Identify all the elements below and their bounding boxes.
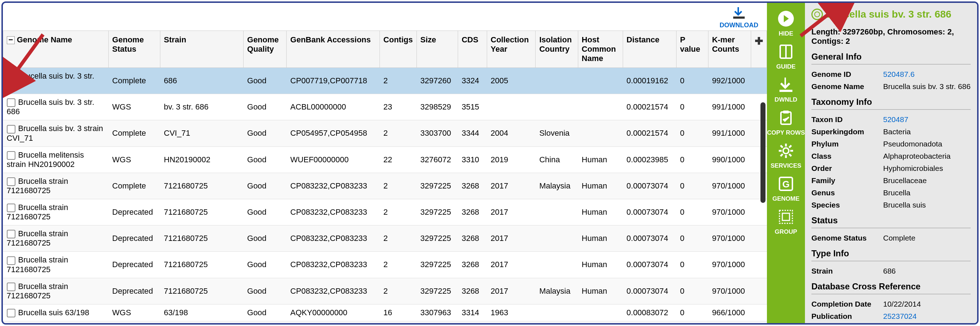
cell-p-value: 0 xyxy=(676,68,708,94)
col-kmer-counts[interactable]: K-mer Counts xyxy=(708,31,751,68)
col-isolation-country[interactable]: Isolation Country xyxy=(536,31,578,68)
download-label: DOWNLOAD xyxy=(719,22,758,29)
cell-size: 3297225 xyxy=(417,278,458,304)
row-checkbox[interactable] xyxy=(7,230,16,238)
cell-distance: 0.00073074 xyxy=(623,199,676,225)
col-p-value[interactable]: P value xyxy=(676,31,708,68)
copy-rows-button[interactable]: COPY ROWS xyxy=(767,108,805,136)
row-checkbox[interactable] xyxy=(7,151,16,160)
genome-id-value[interactable]: 520487.6 xyxy=(883,70,970,78)
group-button[interactable]: GROUP xyxy=(775,207,797,235)
cell-strain: bv. 3 str. 686 xyxy=(160,94,243,120)
cell-cds: 3324 xyxy=(458,68,487,94)
table-row[interactable]: Brucella strain 7121680725Deprecated7121… xyxy=(3,252,767,278)
row-checkbox[interactable] xyxy=(7,72,16,81)
table-row[interactable]: Brucella strain 7121680725Deprecated7121… xyxy=(3,278,767,304)
table-row[interactable]: Brucella strain 7121680725Deprecated7121… xyxy=(3,225,767,252)
cell-isolation-country xyxy=(536,94,578,120)
cell-strain: HN20190002 xyxy=(160,147,243,173)
cell-strain: CVI_71 xyxy=(160,120,243,147)
detail-panel: Brucella suis bv. 3 str. 686 Length: 329… xyxy=(805,3,977,323)
table-row[interactable]: Brucella suis bv. 3 strain CVI_71Complet… xyxy=(3,120,767,147)
col-cds[interactable]: CDS xyxy=(458,31,487,68)
table-row[interactable]: Brucella suis bv. 3 str. 686WGSbv. 3 str… xyxy=(3,94,767,120)
hide-button[interactable]: HIDE xyxy=(776,9,796,37)
cell-genbank-accessions: ACBL00000000 xyxy=(286,94,380,120)
cell-genome-status: WGS xyxy=(108,321,160,323)
cell-genome-name: Brucella strain 7121680725 xyxy=(7,282,68,300)
col-genome-quality[interactable]: Genome Quality xyxy=(243,31,286,68)
services-button[interactable]: SERVICES xyxy=(770,141,801,169)
cell-genbank-accessions: CP007719,CP007718 xyxy=(286,68,380,94)
svg-rect-0 xyxy=(733,16,745,19)
cell-contigs: 2 xyxy=(380,278,417,304)
cell-contigs: 23 xyxy=(380,94,417,120)
order-label: Order xyxy=(811,164,883,173)
col-host-common-name[interactable]: Host Common Name xyxy=(578,31,623,68)
cell-genbank-accessions: CP083232,CP083233 xyxy=(286,199,380,225)
genome-table: −Genome Name Genome Status Strain Genome… xyxy=(3,30,767,323)
col-genome-status[interactable]: Genome Status xyxy=(108,31,160,68)
cell-cds: 3344 xyxy=(458,120,487,147)
table-scrollbar[interactable] xyxy=(760,102,765,203)
genus-value: Brucella xyxy=(883,189,970,197)
cell-kmer-counts: 970/1000 xyxy=(708,278,751,304)
cell-strain: 7121680725 xyxy=(160,278,243,304)
class-value: Alphaproteobacteria xyxy=(883,152,970,160)
cell-genome-status: Deprecated xyxy=(108,278,160,304)
cell-genome-status: Deprecated xyxy=(108,225,160,252)
row-checkbox[interactable] xyxy=(7,204,16,212)
row-checkbox[interactable] xyxy=(7,177,16,186)
section-type-info: Type Info xyxy=(811,248,970,261)
cell-contigs: 65 xyxy=(380,321,417,323)
cell-genome-status: WGS xyxy=(108,147,160,173)
cell-size: 3303700 xyxy=(417,120,458,147)
table-row[interactable]: Brucella sp. 04-5288WGS1236073GoodAXNB00… xyxy=(3,321,767,323)
cell-kmer-counts: 970/1000 xyxy=(708,252,751,278)
taxon-id-value[interactable]: 520487 xyxy=(883,115,970,124)
col-contigs[interactable]: Contigs xyxy=(380,31,417,68)
col-genbank-accessions[interactable]: GenBank Accessions xyxy=(286,31,380,68)
table-row[interactable]: Brucella strain 7121680725Deprecated7121… xyxy=(3,199,767,225)
collapse-icon[interactable]: − xyxy=(7,36,15,44)
row-checkbox[interactable] xyxy=(7,125,16,134)
cell-contigs: 2 xyxy=(380,225,417,252)
cell-genome-status: Deprecated xyxy=(108,252,160,278)
species-label: Species xyxy=(811,201,883,209)
cell-distance: 0.00073074 xyxy=(623,252,676,278)
row-checkbox[interactable] xyxy=(7,256,16,265)
table-row[interactable]: Brucella suis bv. 3 str. 686Complete686G… xyxy=(3,68,767,94)
cell-isolation-country: Slovenia xyxy=(536,120,578,147)
genome-button[interactable]: G GENOME xyxy=(772,174,800,203)
target-icon xyxy=(811,9,823,20)
add-column-button[interactable]: ✚ xyxy=(751,31,767,68)
col-genome-name[interactable]: −Genome Name xyxy=(3,31,109,68)
publication-value[interactable]: 25237024 xyxy=(883,312,970,321)
cell-collection-year: 2017 xyxy=(487,199,536,225)
table-row[interactable]: Brucella suis 63/198WGS63/198GoodAQKY000… xyxy=(3,304,767,321)
row-checkbox[interactable] xyxy=(7,309,16,317)
cell-cds: 3314 xyxy=(458,304,487,321)
group-icon xyxy=(776,207,796,227)
section-taxonomy-info: Taxonomy Info xyxy=(811,97,970,110)
cell-distance: 0.00083072 xyxy=(623,304,676,321)
cell-isolation-country xyxy=(536,252,578,278)
guide-button[interactable]: GUIDE xyxy=(776,42,796,70)
cell-kmer-counts: 966/1000 xyxy=(708,304,751,321)
detail-title[interactable]: Brucella suis bv. 3 str. 686 xyxy=(811,9,970,20)
dwnld-button[interactable]: DWNLD xyxy=(775,75,797,104)
table-row[interactable]: Brucella melitensis strain HN20190002WGS… xyxy=(3,147,767,173)
row-checkbox[interactable] xyxy=(7,283,16,291)
col-distance[interactable]: Distance xyxy=(623,31,676,68)
cell-genome-quality: Good xyxy=(243,120,286,147)
table-row[interactable]: Brucella strain 7121680725Complete712168… xyxy=(3,173,767,199)
col-strain[interactable]: Strain xyxy=(160,31,243,68)
superkingdom-value: Bacteria xyxy=(883,128,970,136)
cell-cds: 3268 xyxy=(458,278,487,304)
col-size[interactable]: Size xyxy=(417,31,458,68)
cell-p-value: 0 xyxy=(676,304,708,321)
download-button[interactable]: DOWNLOAD xyxy=(719,7,758,29)
row-checkbox[interactable] xyxy=(7,98,16,107)
cell-genome-name: Brucella suis bv. 3 str. 686 xyxy=(7,97,94,116)
col-collection-year[interactable]: Collection Year xyxy=(487,31,536,68)
